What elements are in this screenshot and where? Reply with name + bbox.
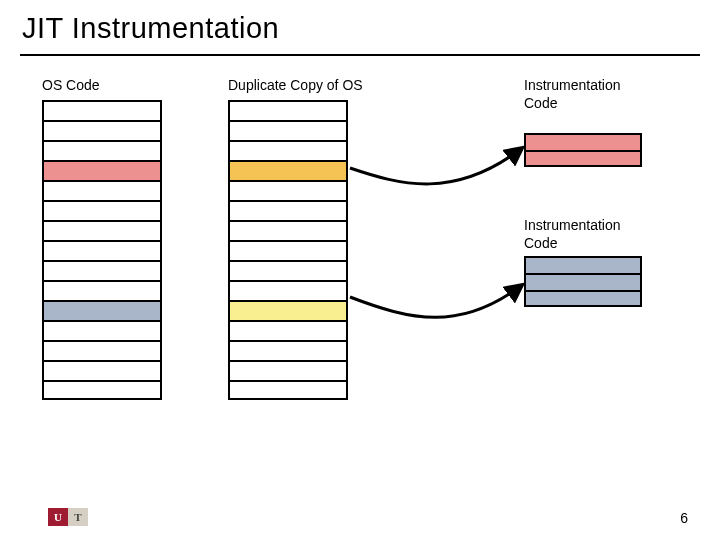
stack-row <box>228 360 348 380</box>
logo-uoft: U T <box>48 508 88 526</box>
stack-row <box>228 380 348 400</box>
label-instr-2: Instrumentation Code <box>524 216 621 252</box>
stack-row <box>524 273 642 290</box>
stack-row <box>228 160 348 180</box>
stack-row <box>228 120 348 140</box>
stack-row <box>228 300 348 320</box>
stack-row <box>42 360 162 380</box>
stack-row <box>42 300 162 320</box>
logo-right: T <box>68 508 88 526</box>
stack-row <box>42 240 162 260</box>
stack-row <box>42 140 162 160</box>
stack-row <box>228 180 348 200</box>
stack-row <box>228 200 348 220</box>
stack-instr-1 <box>524 133 642 167</box>
slide-number: 6 <box>680 510 688 526</box>
stack-row <box>42 380 162 400</box>
stack-row <box>228 320 348 340</box>
title-underline <box>20 54 700 56</box>
stack-os-code <box>42 100 162 400</box>
stack-dup-copy <box>228 100 348 400</box>
stack-instr-2 <box>524 256 642 307</box>
label-os-code: OS Code <box>42 76 100 94</box>
slide-title: JIT Instrumentation <box>22 12 279 45</box>
stack-row <box>42 120 162 140</box>
stack-row <box>524 290 642 307</box>
logo-left: U <box>48 508 68 526</box>
stack-row <box>228 280 348 300</box>
stack-row <box>42 160 162 180</box>
stack-row <box>42 220 162 240</box>
stack-row <box>42 200 162 220</box>
label-dup-copy: Duplicate Copy of OS <box>228 76 363 94</box>
stack-row <box>228 140 348 160</box>
stack-row <box>228 260 348 280</box>
stack-row <box>228 220 348 240</box>
stack-row <box>42 340 162 360</box>
stack-row <box>42 260 162 280</box>
label-instr-1: Instrumentation Code <box>524 76 621 112</box>
stack-row <box>228 340 348 360</box>
stack-row <box>42 320 162 340</box>
stack-row <box>42 100 162 120</box>
arrow-dup-to-instr2 <box>350 285 522 317</box>
stack-row <box>524 133 642 150</box>
stack-row <box>228 100 348 120</box>
stack-row <box>228 240 348 260</box>
stack-row <box>42 280 162 300</box>
stack-row <box>524 256 642 273</box>
stack-row <box>42 180 162 200</box>
arrow-dup-to-instr1 <box>350 148 522 184</box>
stack-row <box>524 150 642 167</box>
